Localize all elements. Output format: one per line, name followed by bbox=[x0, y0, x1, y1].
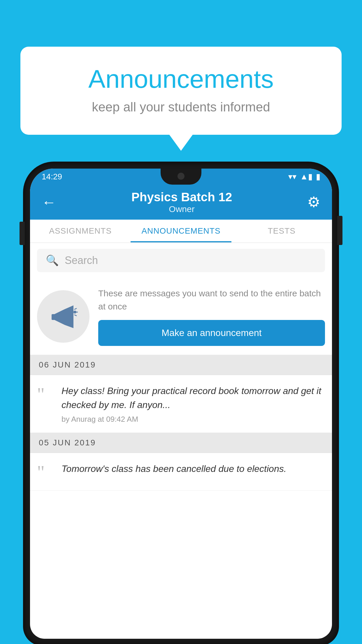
svg-line-6 bbox=[74, 315, 77, 316]
announcement-right: These are messages you want to send to t… bbox=[98, 287, 325, 346]
battery-icon: ▮ bbox=[316, 172, 320, 181]
svg-line-4 bbox=[74, 308, 77, 309]
phone-screen: 14:29 ▾▾ ▲▮ ▮ ← Physics Batch 12 Owner ⚙… bbox=[30, 169, 332, 639]
make-announcement-button[interactable]: Make an announcement bbox=[98, 320, 325, 346]
tab-announcements[interactable]: ANNOUNCEMENTS bbox=[131, 220, 231, 242]
svg-marker-0 bbox=[55, 309, 65, 325]
status-icons: ▾▾ ▲▮ ▮ bbox=[288, 172, 320, 181]
status-time: 14:29 bbox=[42, 172, 62, 181]
app-bar-title: Physics Batch 12 bbox=[131, 190, 232, 204]
speech-bubble-title: Announcements bbox=[44, 64, 318, 94]
app-bar-subtitle: Owner bbox=[131, 204, 232, 214]
power-button-right bbox=[337, 216, 342, 245]
announcement-icon-circle bbox=[37, 290, 89, 343]
announcement-text-2: Tomorrow's class has been cancelled due … bbox=[61, 462, 325, 476]
front-camera bbox=[178, 173, 184, 180]
search-bar[interactable]: 🔍 Search bbox=[37, 249, 325, 272]
search-placeholder: Search bbox=[65, 254, 98, 267]
app-bar-title-group: Physics Batch 12 Owner bbox=[131, 190, 232, 214]
svg-rect-1 bbox=[52, 314, 55, 320]
quote-icon-1: " bbox=[37, 385, 55, 404]
date-separator-2: 05 JUN 2019 bbox=[30, 433, 332, 453]
announcement-prompt: These are messages you want to send to t… bbox=[30, 278, 332, 355]
quote-icon-2: " bbox=[37, 463, 55, 482]
speech-bubble-arrow bbox=[169, 135, 193, 151]
app-bar: ← Physics Batch 12 Owner ⚙ bbox=[30, 185, 332, 220]
phone-frame: 14:29 ▾▾ ▲▮ ▮ ← Physics Batch 12 Owner ⚙… bbox=[25, 163, 337, 644]
announcement-item-2[interactable]: " Tomorrow's class has been cancelled du… bbox=[30, 453, 332, 491]
announcement-meta-1: by Anurag at 09:42 AM bbox=[61, 415, 325, 424]
search-icon: 🔍 bbox=[46, 254, 59, 267]
phone-notch bbox=[161, 169, 201, 185]
announcement-content-1: Hey class! Bring your practical record b… bbox=[61, 384, 325, 424]
announcement-item-1[interactable]: " Hey class! Bring your practical record… bbox=[30, 375, 332, 433]
signal-icon: ▲▮ bbox=[300, 172, 312, 181]
speech-bubble-subtitle: keep all your students informed bbox=[44, 100, 318, 114]
announcement-text-1: Hey class! Bring your practical record b… bbox=[61, 384, 325, 412]
wifi-icon: ▾▾ bbox=[288, 172, 296, 181]
volume-button-left bbox=[20, 222, 25, 245]
speech-bubble-container: Announcements keep all your students inf… bbox=[20, 47, 342, 151]
settings-button[interactable]: ⚙ bbox=[307, 194, 320, 211]
tab-assignments[interactable]: ASSIGNMENTS bbox=[30, 220, 131, 242]
megaphone-icon bbox=[49, 302, 78, 331]
date-separator-1: 06 JUN 2019 bbox=[30, 355, 332, 375]
announcement-content-2: Tomorrow's class has been cancelled due … bbox=[61, 462, 325, 479]
tab-tests[interactable]: TESTS bbox=[231, 220, 332, 242]
tab-bar: ASSIGNMENTS ANNOUNCEMENTS TESTS bbox=[30, 220, 332, 243]
speech-bubble: Announcements keep all your students inf… bbox=[20, 47, 342, 135]
back-button[interactable]: ← bbox=[42, 194, 56, 211]
svg-marker-2 bbox=[65, 305, 73, 328]
announcement-description: These are messages you want to send to t… bbox=[98, 287, 325, 313]
